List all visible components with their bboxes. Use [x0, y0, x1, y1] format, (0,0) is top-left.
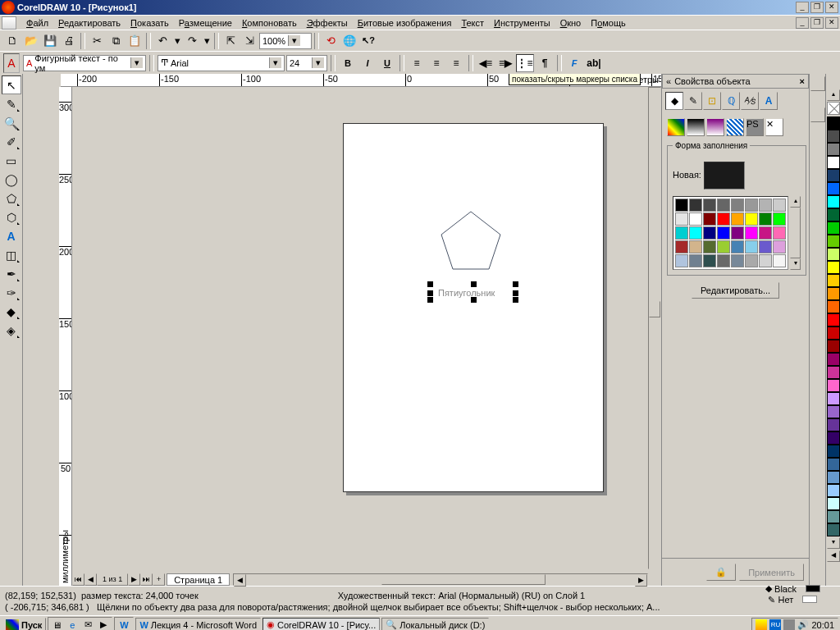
taskbar-task-explorer[interactable]: 🔍Локальный диск (D:)	[381, 618, 489, 631]
cut-button[interactable]: ✂	[88, 32, 106, 50]
no-color-swatch[interactable]	[827, 102, 840, 115]
align-right-button[interactable]: ≡	[447, 54, 465, 72]
ruler-vertical[interactable]: 300250200150100500 миллиметры	[59, 87, 72, 586]
nonprinting-button[interactable]: ¶	[536, 54, 554, 72]
docker-collapse-icon[interactable]: «	[666, 76, 671, 86]
palette-scroll-up[interactable]: ▴	[790, 196, 801, 208]
mdi-restore-button[interactable]: ❐	[810, 17, 824, 29]
mdi-minimize-button[interactable]: _	[796, 17, 809, 29]
taskbar-task-word[interactable]: WЛекция 4 - Microsoft Word	[135, 618, 261, 631]
palette-swatch[interactable]	[689, 254, 702, 267]
palette-swatch[interactable]	[759, 240, 772, 253]
shape-tool[interactable]: ✎	[2, 94, 21, 113]
print-button[interactable]: 🖨	[60, 32, 78, 50]
fill-pattern-button[interactable]	[706, 118, 724, 136]
tray-lang-icon[interactable]: RU	[769, 619, 781, 631]
fill-texture-button[interactable]	[726, 118, 744, 136]
zoom-tool[interactable]: 🔍	[2, 113, 21, 132]
docker-tab-text[interactable]: ℚ	[722, 92, 740, 110]
page-next-button[interactable]: ▶	[128, 573, 140, 586]
redo-button[interactable]: ↷	[183, 32, 201, 50]
palette-swatch[interactable]	[759, 199, 772, 212]
doc-icon[interactable]	[2, 16, 16, 30]
menu-текст[interactable]: Текст	[456, 16, 489, 30]
minimize-button[interactable]: _	[796, 2, 809, 13]
start-button[interactable]: Пуск	[2, 618, 46, 631]
palette-swatch[interactable]	[675, 254, 688, 267]
ql-oe-icon[interactable]: ✉	[80, 619, 95, 631]
palette-swatch[interactable]	[745, 199, 758, 212]
palette-swatch[interactable]	[745, 226, 758, 240]
outline-tool[interactable]: ✑	[2, 283, 21, 302]
align-left-button[interactable]: ≡	[408, 54, 426, 72]
paste-button[interactable]: 📋	[126, 32, 144, 50]
docker-tab-internet[interactable]: ⅍	[741, 92, 759, 110]
selected-text-object[interactable]: Пятиугольник	[430, 284, 516, 300]
menu-инструменты[interactable]: Инструменты	[489, 16, 555, 30]
polygon-tool[interactable]: ⬠	[2, 189, 21, 208]
menu-битовые изображения[interactable]: Битовые изображения	[353, 16, 457, 30]
colorbar-swatch[interactable]	[827, 340, 840, 353]
palette-swatch[interactable]	[689, 240, 702, 253]
docker-title[interactable]: « Свойства объекта ×	[662, 74, 809, 89]
palette-swatch[interactable]	[773, 226, 786, 240]
colorbar-swatch[interactable]	[827, 510, 840, 523]
italic-button[interactable]: I	[358, 54, 377, 72]
colorbar-swatch[interactable]	[827, 471, 840, 484]
colorbar-swatch[interactable]	[827, 431, 840, 445]
palette-swatch[interactable]	[703, 212, 716, 226]
palette-swatch[interactable]	[675, 212, 688, 226]
page-add-button[interactable]: +	[153, 573, 165, 586]
page-last-button[interactable]: ⏭	[140, 573, 153, 586]
colorbar-swatch[interactable]	[827, 445, 840, 458]
format-text-button[interactable]: F	[565, 54, 583, 72]
colorbar-swatch[interactable]	[827, 392, 840, 405]
fill-none-button[interactable]: ✕	[765, 118, 783, 136]
font-combo[interactable]: ͲArial▾	[158, 55, 285, 71]
edit-text-button[interactable]: ab|	[585, 54, 603, 72]
fill-tool[interactable]: ◆	[2, 302, 21, 321]
palette-swatch[interactable]	[717, 226, 730, 240]
tray-clock[interactable]: 20:01	[811, 620, 834, 630]
interactive-fill-tool[interactable]: ◈	[2, 321, 21, 340]
colorbar-swatch[interactable]	[827, 313, 840, 326]
colorbar-flyout[interactable]: ◀	[827, 550, 840, 562]
palette-swatch[interactable]	[759, 226, 772, 240]
palette-swatch[interactable]	[675, 226, 688, 240]
canvas[interactable]: Пятиугольник	[72, 87, 648, 569]
ql-ie-icon[interactable]: e	[65, 619, 80, 631]
fill-postscript-button[interactable]: PS	[746, 118, 764, 136]
ql-desktop-icon[interactable]: 🖥	[49, 619, 64, 631]
palette-swatch[interactable]	[759, 212, 772, 226]
palette-swatch[interactable]	[717, 212, 730, 226]
pentagon-shape[interactable]	[438, 210, 504, 272]
save-button[interactable]: 💾	[41, 32, 59, 50]
palette-swatch[interactable]	[773, 199, 786, 212]
bold-button[interactable]: B	[339, 54, 357, 72]
colorbar-swatch[interactable]	[827, 274, 840, 287]
menu-размещение[interactable]: Размещение	[174, 16, 237, 30]
fill-uniform-button[interactable]	[667, 118, 685, 136]
colorbar-swatch[interactable]	[827, 484, 840, 497]
new-button[interactable]: 🗋	[3, 32, 21, 50]
tray-icon-3[interactable]	[783, 619, 795, 631]
new-color-swatch[interactable]	[704, 162, 745, 189]
menu-компоновать[interactable]: Компоновать	[237, 16, 302, 30]
tray-volume-icon[interactable]: 🔊	[797, 619, 809, 631]
colorbar-swatch[interactable]	[827, 195, 840, 208]
docker-close-button[interactable]: ×	[800, 76, 805, 86]
colorbar-swatch[interactable]	[827, 116, 840, 130]
redo-dropdown[interactable]: ▾	[202, 32, 212, 50]
palette-swatch[interactable]	[745, 254, 758, 267]
page-tab[interactable]: Страница 1	[167, 573, 230, 586]
palette-swatch[interactable]	[731, 199, 744, 212]
scrollbar-horizontal[interactable]: ◀ ▶	[233, 573, 648, 586]
ql-media-icon[interactable]: ▶	[96, 619, 111, 631]
open-button[interactable]: 📂	[22, 32, 40, 50]
colorbar-swatch[interactable]	[827, 182, 840, 195]
eyedropper-tool[interactable]: ✒	[2, 264, 21, 283]
maximize-button[interactable]: ❐	[810, 2, 824, 13]
palette-swatch[interactable]	[731, 212, 744, 226]
colorbar-swatch[interactable]	[827, 300, 840, 313]
colorbar-swatch[interactable]	[827, 366, 840, 379]
